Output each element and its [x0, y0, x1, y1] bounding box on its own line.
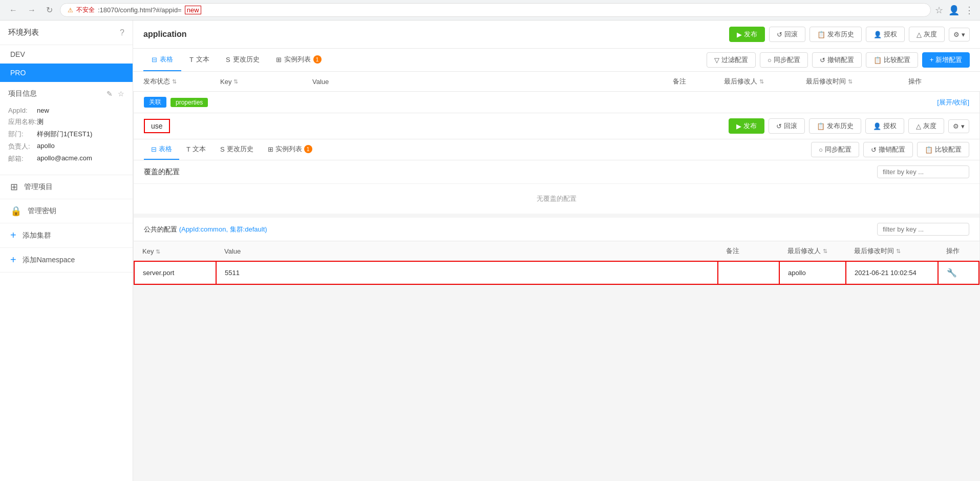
- coverage-filter-input[interactable]: [877, 165, 969, 178]
- main-tab-actions: ▽ 过滤配置 ○ 同步配置 ↺ 撤销配置 📋 比较配置 + 新增配置: [707, 52, 970, 68]
- inner-sync-icon: ○: [819, 146, 823, 154]
- tab-text[interactable]: T 文本: [181, 49, 218, 71]
- menu-icon[interactable]: ⋮: [965, 5, 974, 16]
- back-button[interactable]: ←: [6, 5, 20, 16]
- sort-time-icon[interactable]: ⇅: [848, 78, 853, 85]
- settings-button[interactable]: ⚙ ▾: [949, 28, 970, 41]
- inner-revoke-button[interactable]: ↺ 撤销配置: [863, 142, 913, 157]
- revoke-icon: ↺: [820, 56, 825, 64]
- sidebar-item-add-cluster[interactable]: + 添加集群: [0, 223, 133, 248]
- tab-table[interactable]: ⊟ 表格: [143, 49, 181, 71]
- address-bar[interactable]: ⚠ 不安全 :18070/config.html?#/appid= new: [60, 3, 931, 17]
- inner-tab-bar: ⊟ 表格 T 文本 S 更改历史 ⊞ 实例列表: [134, 139, 979, 160]
- inner-tab-text[interactable]: T 文本: [179, 139, 213, 160]
- expand-collapse-button[interactable]: [展开/收缩]: [937, 98, 969, 107]
- help-icon[interactable]: ?: [120, 28, 124, 37]
- public-th-modify-time: 最后修改时间 ⇅: [846, 241, 938, 261]
- instances-badge: 1: [313, 55, 322, 64]
- owner-value: apollo: [37, 142, 55, 151]
- th-value: Value: [312, 77, 673, 86]
- public-config-filter-input[interactable]: [877, 223, 969, 236]
- inner-tab-instances[interactable]: ⊞ 实例列表 1: [261, 139, 319, 160]
- star-icon[interactable]: ☆: [118, 90, 124, 98]
- sort-key-icon[interactable]: ⇅: [233, 78, 238, 85]
- inner-tab-actions: ○ 同步配置 ↺ 撤销配置 📋 比较配置: [811, 142, 969, 157]
- bookmark-icon[interactable]: ☆: [935, 5, 943, 16]
- public-sort-time-icon[interactable]: ⇅: [896, 248, 901, 254]
- env-item-pro[interactable]: PRO: [0, 64, 133, 82]
- compare-config-button[interactable]: 📋 比较配置: [866, 52, 918, 68]
- appid-label: AppId:: [8, 107, 37, 114]
- sidebar-item-manage-key[interactable]: 🔒 管理密钥: [0, 199, 133, 223]
- inner-publish-button[interactable]: ▶ 发布: [729, 118, 764, 134]
- inner-authorize-icon: 👤: [873, 122, 881, 130]
- public-config-appid-link[interactable]: (AppId:common, 集群:default): [179, 225, 267, 233]
- browser-bar: ← → ↻ ⚠ 不安全 :18070/config.html?#/appid= …: [0, 0, 980, 20]
- sidebar-item-manage-project[interactable]: ⊞ 管理项目: [0, 175, 133, 199]
- sync-config-button[interactable]: ○ 同步配置: [760, 52, 808, 68]
- inner-tab-history[interactable]: S 更改历史: [213, 139, 261, 160]
- inner-instances-badge: 1: [304, 145, 312, 153]
- table-tab-icon: ⊟: [152, 56, 157, 64]
- publish-button[interactable]: ▶ 发布: [729, 27, 765, 42]
- row-tool-icon[interactable]: 🔧: [947, 268, 957, 277]
- edit-icon[interactable]: ✎: [106, 90, 113, 98]
- inner-tab-table[interactable]: ⊟ 表格: [144, 139, 179, 160]
- publish-history-button[interactable]: 📋 发布历史: [809, 27, 862, 42]
- add-config-button[interactable]: + 新增配置: [922, 52, 970, 68]
- forward-button[interactable]: →: [25, 5, 39, 16]
- rollback-button[interactable]: ↺ 回滚: [769, 27, 805, 42]
- owner-row: 负责人: apollo: [8, 142, 124, 151]
- coverage-section: 覆盖的配置: [134, 160, 979, 183]
- main-title: application: [143, 30, 186, 39]
- no-coverage-text: 无覆盖的配置: [134, 183, 979, 214]
- revoke-config-button[interactable]: ↺ 撤销配置: [812, 52, 862, 68]
- email-label: 邮箱:: [8, 154, 37, 163]
- sort-modifier-icon[interactable]: ⇅: [759, 78, 764, 85]
- public-sort-modifier-icon[interactable]: ⇅: [823, 248, 827, 254]
- th-key: Key ⇅: [220, 77, 312, 86]
- row-key: server.port: [134, 261, 216, 284]
- grayscale-icon: △: [917, 31, 922, 38]
- authorize-icon: 👤: [874, 31, 882, 38]
- gear-icon: ⚙: [953, 31, 960, 38]
- tab-history[interactable]: S 更改历史: [218, 49, 268, 71]
- sidebar-item-add-namespace[interactable]: + 添加Namespace: [0, 248, 133, 273]
- filter-icon: ▽: [714, 56, 719, 64]
- coverage-label: 覆盖的配置: [144, 168, 180, 177]
- inner-compare-button[interactable]: 📋 比较配置: [917, 142, 969, 157]
- inner-publish-history-button[interactable]: 📋 发布历史: [809, 118, 861, 134]
- env-list-title: 环境列表: [8, 28, 39, 37]
- public-config-title: 公共的配置 (AppId:common, 集群:default): [144, 225, 267, 234]
- th-action: 操作: [908, 77, 970, 86]
- inner-grayscale-button[interactable]: △ 灰度: [908, 118, 944, 134]
- tab-instances[interactable]: ⊞ 实例列表 1: [268, 49, 330, 71]
- manage-project-label: 管理项目: [24, 182, 53, 192]
- user-icon[interactable]: 👤: [948, 5, 960, 16]
- namespace-name: use: [144, 119, 170, 133]
- url-highlight: new: [185, 6, 201, 14]
- inner-rollback-button[interactable]: ↺ 回滚: [769, 118, 805, 134]
- inner-settings-button[interactable]: ⚙ ▾: [948, 119, 969, 133]
- authorize-button[interactable]: 👤 授权: [866, 27, 905, 42]
- inner-authorize-button[interactable]: 👤 授权: [865, 118, 904, 134]
- inner-gear-icon: ⚙: [953, 122, 959, 130]
- reload-button[interactable]: ↻: [43, 4, 56, 16]
- grayscale-button[interactable]: △ 灰度: [909, 27, 945, 42]
- filter-config-button[interactable]: ▽ 过滤配置: [707, 52, 756, 68]
- inner-rollback-icon: ↺: [776, 122, 782, 130]
- public-config-section: 公共的配置 (AppId:common, 集群:default) Key ⇅: [134, 214, 979, 285]
- table-row: server.port 5511 apollo 2021-06-21 10:02…: [134, 261, 979, 284]
- sort-publish-icon[interactable]: ⇅: [172, 78, 177, 85]
- public-th-key: Key ⇅: [134, 241, 216, 261]
- project-info-label: 项目信息: [8, 89, 37, 98]
- namespace-tags: 关联 properties: [144, 97, 208, 108]
- manage-key-icon: 🔒: [10, 205, 22, 217]
- env-item-dev[interactable]: DEV: [0, 45, 133, 64]
- inner-sync-button[interactable]: ○ 同步配置: [811, 142, 859, 157]
- properties-tag: properties: [171, 98, 208, 107]
- guanlian-tag: 关联: [144, 97, 166, 108]
- public-sort-key-icon[interactable]: ⇅: [156, 248, 160, 255]
- text-tab-icon: T: [189, 56, 194, 64]
- appname-label: 应用名称:: [8, 117, 37, 127]
